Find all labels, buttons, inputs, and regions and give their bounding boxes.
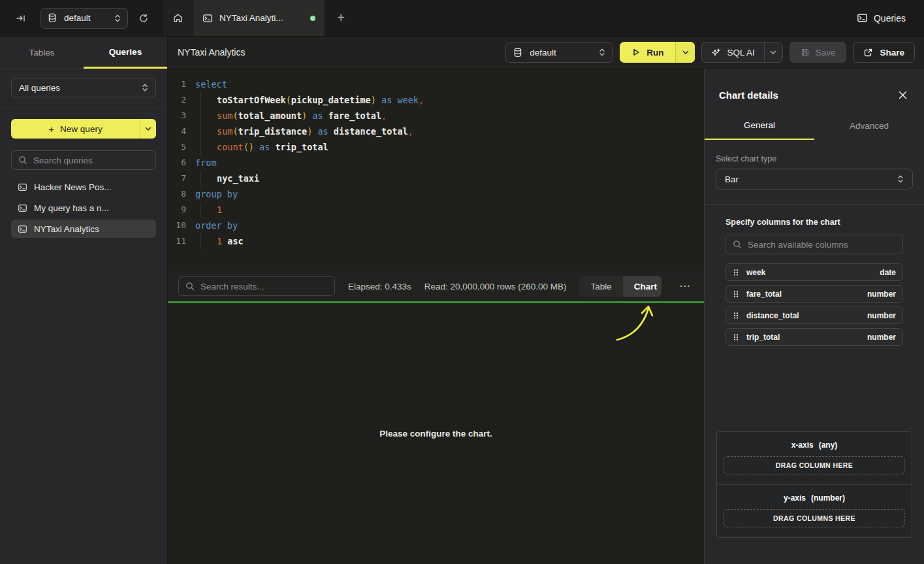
code-line[interactable]: 3 sum(total_amount) as fare_total, — [168, 108, 704, 124]
indent-guide — [195, 124, 217, 139]
run-dropdown[interactable] — [675, 42, 695, 63]
close-panel-button[interactable] — [897, 90, 908, 101]
active-query-tab[interactable]: NYTaxi Analyti... — [193, 0, 325, 36]
sql-ai-button[interactable]: SQL AI — [701, 42, 782, 63]
new-tab-button[interactable]: + — [325, 0, 357, 36]
tab-general[interactable]: General — [705, 114, 814, 140]
x-axis-section: x-axis (any) DRAG COLUMN HERE — [717, 432, 912, 484]
code-line[interactable]: 4 sum(trip_distance) as distance_total, — [168, 124, 704, 139]
tab-tables[interactable]: Tables — [0, 37, 84, 68]
save-label: Save — [816, 48, 836, 58]
new-query-label: New query — [60, 124, 103, 134]
share-label: Share — [880, 48, 904, 58]
sidebar-query-item[interactable]: My query has a n... — [11, 199, 156, 217]
code-line[interactable]: 8 group by — [168, 186, 704, 202]
chart-view-tab[interactable]: Chart — [623, 276, 661, 297]
sql-editor[interactable]: 1 select 2 toStartOfWeek(pickup_datetime… — [168, 69, 704, 271]
code-line[interactable]: 1 select — [168, 76, 704, 92]
drag-handle-icon[interactable] — [733, 312, 739, 320]
column-name: fare_total — [746, 290, 782, 299]
toolbar-database-selector[interactable]: default — [505, 42, 613, 63]
plus-icon: + — [48, 124, 54, 135]
unsaved-changes-dot — [310, 16, 315, 21]
drag-handle-icon[interactable] — [733, 269, 739, 276]
chart-placeholder-message: Please configure the chart. — [379, 429, 492, 439]
sidebar-content: All queries + New query — [0, 69, 167, 564]
y-axis-drop-zone[interactable]: DRAG COLUMNS HERE — [724, 509, 905, 527]
query-search-input[interactable] — [33, 156, 149, 165]
refresh-button[interactable] — [136, 10, 151, 26]
database-icon — [513, 48, 522, 58]
top-bar: default NYTaxi Analyti... — [0, 0, 924, 37]
query-filter-value: All queries — [19, 83, 60, 93]
column-item[interactable]: distance_total number — [725, 307, 903, 324]
x-axis-constraint: (any) — [819, 440, 838, 450]
query-filter-select[interactable]: All queries — [11, 78, 156, 97]
panel-header: Chart details — [705, 69, 924, 114]
y-axis-label-row: y-axis (number) — [723, 493, 906, 503]
home-tab[interactable] — [163, 0, 193, 36]
sql-ai-dropdown[interactable] — [764, 42, 782, 62]
line-number: 3 — [168, 108, 186, 124]
sidebar: Tables Queries All queries + New query — [0, 37, 168, 564]
chevron-updown-icon — [142, 83, 148, 92]
query-item-label: My query has a n... — [34, 203, 109, 213]
run-label: Run — [646, 48, 663, 58]
chevron-updown-icon — [599, 48, 605, 57]
save-button[interactable]: Save — [789, 42, 847, 63]
sidebar-query-item[interactable]: Hacker News Pos... — [11, 178, 156, 196]
tab-advanced[interactable]: Advanced — [814, 114, 924, 140]
code-line[interactable]: 7 nyc_taxi — [168, 171, 704, 186]
query-item-label: Hacker News Pos... — [34, 182, 112, 192]
code-line[interactable]: 11 1 asc — [168, 233, 704, 249]
new-query-button[interactable]: + New query — [11, 119, 156, 139]
run-button[interactable]: Run — [620, 42, 695, 63]
close-icon — [899, 91, 907, 99]
x-axis-drop-zone[interactable]: DRAG COLUMN HERE — [724, 456, 905, 474]
code-line[interactable]: 10 order by — [168, 218, 704, 233]
run-main[interactable]: Run — [620, 42, 675, 63]
queries-topbar-button[interactable]: Queries — [857, 0, 924, 36]
share-icon — [863, 48, 873, 58]
code-text: order by — [186, 218, 238, 233]
share-button[interactable]: Share — [853, 42, 915, 63]
code-line[interactable]: 9 1 — [168, 202, 704, 218]
annotation-arrow — [599, 303, 671, 349]
code-line[interactable]: 6 from — [168, 155, 704, 171]
chevron-updown-icon — [897, 174, 904, 184]
toolbar-database-value: default — [530, 48, 556, 58]
topbar-database-selector[interactable]: default — [40, 8, 128, 29]
new-query-main[interactable]: + New query — [11, 119, 140, 139]
drag-handle-icon[interactable] — [733, 333, 739, 341]
collapse-sidebar-button[interactable] — [13, 10, 29, 26]
chart-details-panel: Chart details General Advanced Select ch… — [704, 69, 924, 564]
column-item[interactable]: fare_total number — [725, 285, 903, 303]
new-query-dropdown[interactable] — [140, 119, 156, 139]
code-line[interactable]: 2 toStartOfWeek(pickup_datetime) as week… — [168, 92, 704, 108]
workspace: NYTaxi Analytics default — [168, 37, 924, 564]
code-text: sum(total_amount) as fare_total, — [186, 108, 387, 124]
line-number: 7 — [168, 171, 186, 186]
column-item[interactable]: week date — [725, 263, 903, 281]
table-view-tab[interactable]: Table — [579, 276, 622, 297]
drag-handle-icon[interactable] — [733, 290, 739, 298]
columns-search-input[interactable] — [748, 240, 896, 250]
panel-title: Chart details — [719, 90, 778, 101]
line-number: 6 — [168, 155, 186, 171]
sidebar-query-item[interactable]: NYTaxi Analytics — [11, 220, 156, 238]
home-icon — [172, 12, 183, 24]
results-search-input[interactable] — [200, 282, 328, 291]
column-item[interactable]: trip_total number — [725, 328, 903, 346]
code-line[interactable]: 5 count() as trip_total — [168, 139, 704, 155]
tab-queries[interactable]: Queries — [84, 37, 167, 69]
more-options-button[interactable]: ··· — [675, 278, 696, 294]
chart-type-select[interactable]: Bar — [716, 169, 913, 190]
column-type: date — [880, 268, 896, 277]
column-name: distance_total — [746, 311, 799, 320]
refresh-icon — [138, 13, 149, 24]
line-number: 8 — [168, 186, 186, 202]
query-list: Hacker News Pos... My query has a n... N… — [11, 178, 156, 238]
sql-ai-main[interactable]: SQL AI — [702, 42, 763, 62]
column-type: number — [867, 290, 896, 299]
terminal-icon — [18, 182, 27, 192]
